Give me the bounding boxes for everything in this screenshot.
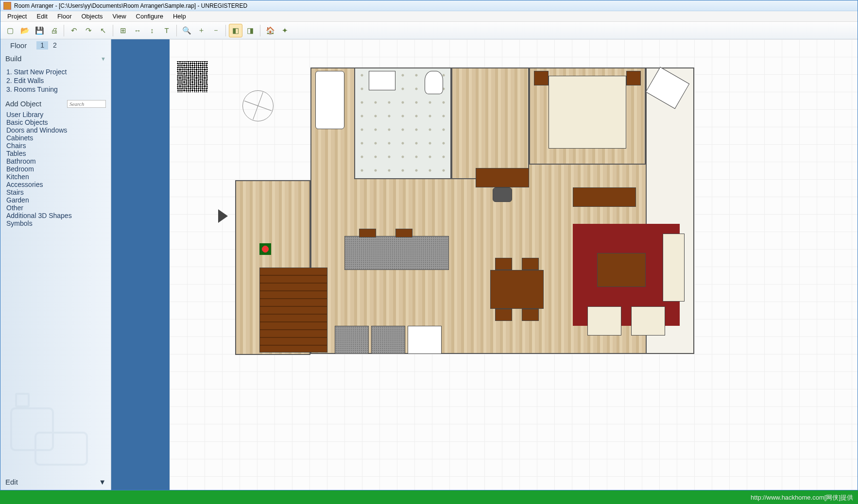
object-category-bedroom[interactable]: Bedroom <box>6 165 105 173</box>
redo-button[interactable]: ↷ <box>82 24 95 37</box>
floor-plan[interactable] <box>204 64 694 379</box>
appliance[interactable] <box>371 326 405 354</box>
edit-header[interactable]: Edit ▼ <box>0 474 111 490</box>
build-item-1[interactable]: 2. Edit Walls <box>6 76 105 85</box>
dining-table[interactable] <box>490 270 544 309</box>
object-category-other[interactable]: Other <box>6 204 105 212</box>
object-category-cabinets[interactable]: Cabinets <box>6 134 105 142</box>
zoom-in-button[interactable]: ＋ <box>194 24 208 37</box>
qr-code <box>177 61 208 92</box>
tv-stand[interactable] <box>573 187 636 207</box>
nightstand[interactable] <box>534 71 549 85</box>
appliance[interactable] <box>408 326 442 354</box>
menu-view[interactable]: View <box>108 12 131 21</box>
menu-floor[interactable]: Floor <box>52 12 77 21</box>
bed[interactable] <box>549 76 626 149</box>
footer-watermark: http://www.hackhome.com[网侠]提供 <box>751 493 853 502</box>
sofa[interactable] <box>663 234 685 302</box>
measure-button[interactable]: ↔ <box>131 24 144 37</box>
cursor-anim-icon: ✦ <box>282 26 288 35</box>
toilet[interactable] <box>425 71 443 94</box>
sidebar-decoration <box>10 369 98 466</box>
object-category-tables[interactable]: Tables <box>6 150 105 157</box>
object-category-symbols[interactable]: Symbols <box>6 219 105 227</box>
object-category-kitchen[interactable]: Kitchen <box>6 173 105 181</box>
bathtub[interactable] <box>315 71 344 129</box>
text-button[interactable]: T <box>160 24 173 37</box>
save-button[interactable]: 💾 <box>33 24 46 37</box>
zoom-out-button[interactable]: － <box>209 24 223 37</box>
sidebar: Floor 1 2 Build ▼ 1. Start New Project2.… <box>0 39 111 490</box>
dining-chair[interactable] <box>495 309 512 321</box>
redo-icon: ↷ <box>86 26 92 35</box>
armchair[interactable] <box>631 306 665 336</box>
menu-help[interactable]: Help <box>168 12 191 21</box>
cursor-anim-button[interactable]: ✦ <box>278 24 292 37</box>
open-button[interactable]: 📂 <box>18 24 32 37</box>
new-button[interactable]: ▢ <box>3 24 17 37</box>
measure-icon: ↔ <box>134 26 141 34</box>
floor-label: Floor <box>6 41 31 50</box>
stool[interactable] <box>359 229 376 237</box>
build-item-2[interactable]: 3. Rooms Tuning <box>6 85 105 94</box>
menu-objects[interactable]: Objects <box>77 12 108 21</box>
object-category-stairs[interactable]: Stairs <box>6 188 105 196</box>
nightstand[interactable] <box>626 71 641 85</box>
coffee-table[interactable] <box>597 253 646 287</box>
dimension-button[interactable]: ↕ <box>145 24 159 37</box>
search-input[interactable] <box>67 100 106 108</box>
zoom-fit-icon: 🔍 <box>182 26 191 35</box>
room-hall[interactable] <box>451 67 529 179</box>
dimension-icon: ↕ <box>150 26 154 34</box>
print-button[interactable]: 🖨 <box>47 24 61 37</box>
chevron-down-icon: ▼ <box>101 56 106 62</box>
zoom-out-icon: － <box>212 26 220 35</box>
zoom-fit-button[interactable]: 🔍 <box>180 24 193 37</box>
appliance[interactable] <box>335 326 369 354</box>
stairs[interactable] <box>259 268 327 353</box>
add-object-header[interactable]: Add Object <box>0 98 111 110</box>
build-header[interactable]: Build ▼ <box>0 51 111 66</box>
menu-edit[interactable]: Edit <box>32 12 52 21</box>
object-category-doors-and-windows[interactable]: Doors and Windows <box>6 126 105 134</box>
open-icon: 📂 <box>20 26 30 35</box>
dining-chair[interactable] <box>522 258 539 270</box>
build-list: 1. Start New Project2. Edit Walls3. Room… <box>0 66 111 98</box>
new-icon: ▢ <box>7 26 14 35</box>
menu-bar: ProjectEditFloorObjectsViewConfigureHelp <box>0 11 858 22</box>
plant[interactable] <box>259 243 271 255</box>
expand-arrow-icon[interactable] <box>218 209 228 223</box>
object-category-bathroom[interactable]: Bathroom <box>6 157 105 165</box>
home-button[interactable]: 🏠 <box>263 24 277 37</box>
dining-chair[interactable] <box>522 309 539 321</box>
desk[interactable] <box>476 168 529 187</box>
menu-configure[interactable]: Configure <box>131 12 168 21</box>
dining-chair[interactable] <box>495 258 512 270</box>
chair[interactable] <box>493 187 512 202</box>
kitchen-island[interactable] <box>344 236 449 270</box>
select-button[interactable]: ↖ <box>96 24 110 37</box>
floor-tab-2[interactable]: 2 <box>49 41 61 50</box>
object-category-chairs[interactable]: Chairs <box>6 142 105 150</box>
sink[interactable] <box>369 71 395 90</box>
walls-icon: ⊞ <box>120 26 126 35</box>
floor-tab-1[interactable]: 1 <box>36 41 48 50</box>
object-category-basic-objects[interactable]: Basic Objects <box>6 118 105 126</box>
object-category-user-library[interactable]: User Library <box>6 111 105 118</box>
undo-icon: ↶ <box>71 26 77 35</box>
stool[interactable] <box>395 229 412 237</box>
floorplan-canvas[interactable] <box>170 39 858 490</box>
build-item-0[interactable]: 1. Start New Project <box>6 67 105 76</box>
select-icon: ↖ <box>100 26 106 35</box>
undo-button[interactable]: ↶ <box>67 24 81 37</box>
menu-project[interactable]: Project <box>2 12 32 21</box>
armchair[interactable] <box>587 306 621 336</box>
floor-tabs: Floor 1 2 <box>0 39 111 51</box>
object-category-additional-3d-shapes[interactable]: Additional 3D Shapes <box>6 212 105 219</box>
view3d-walk-button[interactable]: ◨ <box>243 24 257 37</box>
chevron-down-icon: ▼ <box>99 478 106 486</box>
object-category-garden[interactable]: Garden <box>6 196 105 204</box>
object-category-accessories[interactable]: Accessories <box>6 181 105 188</box>
walls-button[interactable]: ⊞ <box>116 24 130 37</box>
view3d-button[interactable]: ◧ <box>229 24 242 37</box>
